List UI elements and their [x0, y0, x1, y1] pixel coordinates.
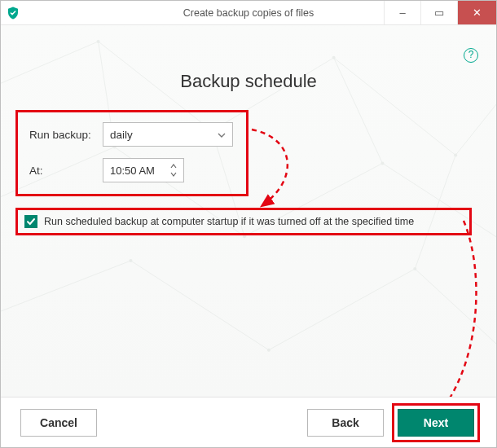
time-row: At: 10:50 AM — [29, 158, 235, 182]
schedule-highlight-box: Run backup: daily At: 10:50 AM — [15, 110, 248, 196]
minimize-icon: – — [399, 7, 405, 19]
back-label: Back — [332, 416, 358, 429]
svg-point-8 — [267, 349, 270, 352]
close-icon: ✕ — [473, 7, 482, 19]
maximize-icon: ▭ — [434, 7, 444, 19]
footer: Cancel Back Next — [1, 397, 496, 447]
frequency-select[interactable]: daily — [103, 122, 233, 147]
backup-wizard-window: Create backup copies of files – ▭ ✕ ? Ba… — [0, 0, 497, 448]
next-button[interactable]: Next — [398, 409, 474, 437]
svg-point-9 — [413, 267, 416, 270]
startup-highlight-box: Run scheduled backup at computer startup… — [15, 208, 472, 235]
time-spinner — [169, 162, 178, 178]
minimize-button[interactable]: – — [384, 1, 420, 24]
page-title: Backup schedule — [15, 71, 482, 92]
svg-point-2 — [332, 56, 336, 59]
help-glyph: ? — [468, 49, 474, 60]
svg-point-3 — [454, 153, 457, 156]
annotation-arrow-1 — [245, 121, 310, 219]
chevron-down-icon — [218, 130, 226, 139]
close-button[interactable]: ✕ — [457, 1, 496, 24]
frequency-row: Run backup: daily — [29, 122, 235, 147]
time-input[interactable]: 10:50 AM — [103, 158, 184, 182]
cancel-label: Cancel — [40, 416, 77, 429]
annotation-arrow-2 — [392, 217, 490, 397]
cancel-button[interactable]: Cancel — [20, 409, 97, 437]
startup-checkbox-label: Run scheduled backup at computer startup… — [44, 216, 414, 227]
window-controls: – ▭ ✕ — [384, 1, 496, 24]
next-highlight-box: Next — [392, 403, 480, 442]
startup-checkbox[interactable] — [24, 215, 37, 228]
spin-down-button[interactable] — [169, 170, 178, 178]
next-label: Next — [424, 416, 448, 429]
maximize-button[interactable]: ▭ — [420, 1, 457, 24]
time-value: 10:50 AM — [110, 165, 155, 177]
at-label: At: — [29, 165, 103, 177]
app-shield-icon — [6, 6, 20, 20]
svg-point-6 — [380, 161, 384, 165]
svg-point-0 — [97, 40, 100, 43]
content-area: ? Backup schedule Run backup: daily At: … — [1, 25, 496, 397]
spin-up-button[interactable] — [169, 162, 178, 170]
svg-point-7 — [129, 259, 132, 262]
help-icon[interactable]: ? — [464, 48, 478, 63]
back-button[interactable]: Back — [307, 409, 384, 437]
run-backup-label: Run backup: — [29, 129, 103, 141]
frequency-value: daily — [110, 129, 133, 141]
titlebar: Create backup copies of files – ▭ ✕ — [1, 1, 496, 25]
